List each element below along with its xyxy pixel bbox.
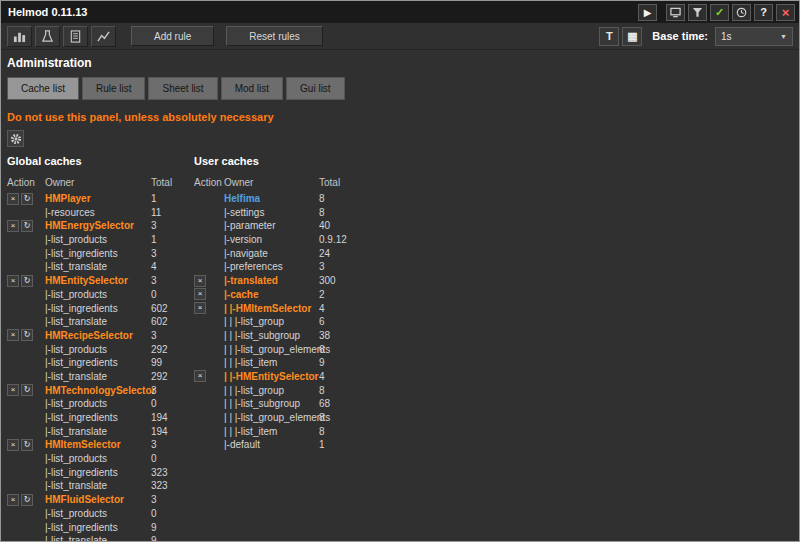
toolbar: Add rule Reset rules T ▦ Base time: 1s ▼	[1, 23, 799, 50]
clock-icon	[736, 7, 747, 18]
total-cell: 292	[151, 344, 195, 355]
table-row: ×↻HMEnergySelector3	[7, 219, 194, 233]
refresh-cache-button[interactable]: ↻	[21, 220, 33, 232]
owner-cell: |-list_ingredients	[45, 303, 151, 314]
table-row: ×| |-HMEntitySelector4	[194, 370, 359, 384]
total-cell: 0.9.12	[319, 234, 359, 245]
summary-button[interactable]	[63, 26, 88, 47]
tab-rule-list[interactable]: Rule list	[82, 77, 146, 100]
history-button[interactable]	[732, 4, 751, 21]
total-cell: 24	[319, 248, 359, 259]
calculator-button[interactable]: ▦	[622, 27, 642, 46]
refresh-cache-button[interactable]: ↻	[21, 384, 33, 396]
helmod-window: Helmod 0.11.13 ▶ ✓ ? × Add rule Reset ru…	[0, 0, 800, 542]
total-cell: 194	[151, 426, 195, 437]
refresh-cache-button[interactable]: ↻	[21, 439, 33, 451]
tab-sheet-list[interactable]: Sheet list	[148, 77, 217, 100]
total-cell: 68	[319, 398, 359, 409]
play-icon: ▶	[644, 7, 652, 18]
table-row: | | |-list_group8	[194, 383, 359, 397]
total-cell: 323	[151, 467, 195, 478]
owner-cell: |-parameter	[224, 220, 319, 231]
owner-cell: |-cache	[224, 289, 319, 300]
owner-cell: |-resources	[45, 207, 151, 218]
refresh-cache-button[interactable]: ↻	[21, 275, 33, 287]
add-rule-button[interactable]: Add rule	[131, 26, 214, 46]
delete-cache-button[interactable]: ×	[194, 370, 206, 382]
help-button[interactable]: ?	[754, 4, 773, 21]
table-row: | | |-list_group_elements8	[194, 411, 359, 425]
statistics-button[interactable]	[91, 26, 116, 47]
owner-cell: HMTechnologySelector	[45, 385, 151, 396]
table-row: |-list_products1	[7, 233, 194, 247]
action-cell: ×	[194, 275, 224, 287]
base-time-label: Base time:	[652, 30, 708, 42]
table-row: |-list_products0	[7, 397, 194, 411]
owner-cell: |-preferences	[224, 261, 319, 272]
action-cell: ×↻	[7, 439, 45, 451]
owner-cell: | | |-list_subgroup	[224, 330, 319, 341]
table-row: | | |-list_group6	[194, 315, 359, 329]
table-row: |-list_ingredients99	[7, 356, 194, 370]
delete-cache-button[interactable]: ×	[194, 288, 206, 300]
settings-button[interactable]	[7, 130, 24, 147]
column-header-total: Total	[319, 177, 359, 188]
owner-cell: HMEntitySelector	[45, 275, 151, 286]
refresh-cache-button[interactable]: ↻	[21, 193, 33, 205]
refresh-cache-button[interactable]: ↻	[21, 494, 33, 506]
delete-cache-button[interactable]: ×	[7, 220, 19, 232]
tab-gui-list[interactable]: Gui list	[286, 77, 345, 100]
table-row: ×↻HMEntitySelector3	[7, 274, 194, 288]
total-cell: 99	[151, 357, 195, 368]
total-cell: 3	[151, 439, 195, 450]
total-cell: 0	[151, 508, 195, 519]
reset-rules-button[interactable]: Reset rules	[226, 26, 323, 46]
tab-mod-list[interactable]: Mod list	[221, 77, 283, 100]
total-cell: 1	[151, 234, 195, 245]
action-cell: ×	[194, 370, 224, 382]
play-button[interactable]: ▶	[638, 4, 657, 21]
total-cell: 4	[319, 371, 359, 382]
chart-bars-icon	[13, 30, 26, 43]
delete-cache-button[interactable]: ×	[7, 384, 19, 396]
table-row: |-parameter40	[194, 219, 359, 233]
delete-cache-button[interactable]: ×	[7, 439, 19, 451]
table-row: | | |-list_item9	[194, 356, 359, 370]
total-cell: 9	[151, 522, 195, 533]
owner-cell: HMRecipeSelector	[45, 330, 151, 341]
action-cell: ×↻	[7, 193, 45, 205]
refresh-cache-button[interactable]: ↻	[21, 329, 33, 341]
delete-cache-button[interactable]: ×	[194, 302, 206, 314]
production-line-button[interactable]	[7, 26, 32, 47]
owner-cell: |-list_translate	[45, 480, 151, 491]
confirm-button[interactable]: ✓	[710, 4, 729, 21]
table-row: |-list_products0	[7, 452, 194, 466]
admin-panel: Administration Cache list Rule list Shee…	[1, 50, 799, 541]
owner-cell: | | |-list_item	[224, 357, 319, 368]
close-button[interactable]: ×	[776, 4, 795, 21]
energy-analysis-button[interactable]	[35, 26, 60, 47]
delete-cache-button[interactable]: ×	[7, 193, 19, 205]
delete-cache-button[interactable]: ×	[7, 494, 19, 506]
table-row: | | |-list_subgroup68	[194, 397, 359, 411]
text-mode-button[interactable]: T	[599, 27, 619, 46]
table-row: |-list_translate4	[7, 260, 194, 274]
delete-cache-button[interactable]: ×	[194, 275, 206, 287]
owner-cell: |-settings	[224, 207, 319, 218]
action-cell: ×↻	[7, 329, 45, 341]
table-row: |-list_translate194	[7, 424, 194, 438]
table-row: |-list_ingredients323	[7, 465, 194, 479]
display-settings-button[interactable]	[666, 4, 685, 21]
filter-button[interactable]	[688, 4, 707, 21]
total-cell: 3	[151, 248, 195, 259]
tab-cache-list[interactable]: Cache list	[7, 77, 79, 100]
delete-cache-button[interactable]: ×	[7, 329, 19, 341]
owner-cell: HMItemSelector	[45, 439, 151, 450]
toolbar-right: T ▦ Base time: 1s ▼	[596, 27, 793, 46]
owner-cell: |-version	[224, 234, 319, 245]
delete-cache-button[interactable]: ×	[7, 275, 19, 287]
base-time-dropdown[interactable]: 1s ▼	[715, 27, 793, 46]
owner-cell: |-list_ingredients	[45, 412, 151, 423]
table-row: |-list_ingredients194	[7, 411, 194, 425]
owner-cell: |-list_products	[45, 344, 151, 355]
